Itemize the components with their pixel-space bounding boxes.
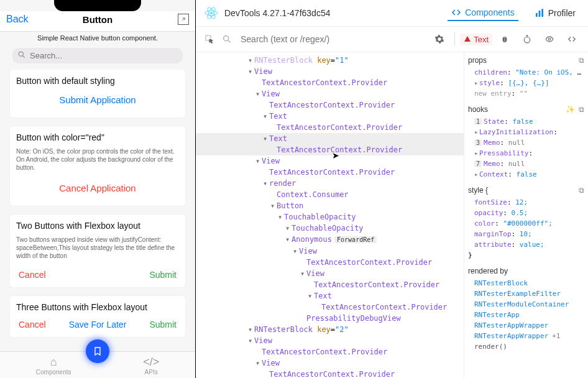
subtitle: Simple React Native button component. [0,32,195,48]
tree-row[interactable]: ▾AnonymousForwardRef [196,234,464,246]
props-header: props [468,56,487,65]
tree-row[interactable]: ▾View [196,246,464,257]
rendered-by-item[interactable]: RNTesterBlock [468,278,584,288]
inspect-element-icon[interactable] [202,32,217,47]
card-default: Button with default styling Submit Appli… [10,70,185,118]
save-for-later-button[interactable]: Save For Later [69,320,127,330]
tree-row[interactable]: ▾RNTesterBlock key="1" [196,55,464,66]
home-icon: ⌂ [36,356,71,369]
tree-row[interactable]: TextAncestorContext.Provider [196,167,464,178]
tab-profiler[interactable]: Profiler [531,5,579,21]
svg-rect-6 [536,13,538,17]
tree-row[interactable]: ▾RNTesterBlock key="2" [196,324,464,335]
source-icon[interactable] [564,32,579,47]
svg-point-17 [548,38,551,40]
selected-component-badge: Text [460,34,492,45]
svg-line-11 [228,40,230,42]
cancel-button[interactable]: Cancel [19,320,46,330]
rendered-by-item[interactable]: RNTesterExampleFilter [468,288,584,299]
phone-header: Back Button [0,11,195,32]
tab-apis[interactable]: </> APIs [143,356,159,376]
cancel-application-button[interactable]: Cancel Application [10,178,185,198]
share-icon[interactable] [178,14,189,25]
copy-icon[interactable]: ⧉ [579,56,584,65]
tree-row[interactable]: PressabilityDebugView [196,313,464,324]
search-icon [17,50,26,61]
tree-row[interactable]: TextAncestorContext.Provider [196,77,464,88]
tree-row[interactable]: ▾Text [196,133,464,144]
tab-label: Components [465,7,514,17]
card-note: Note: On iOS, the color prop controls th… [10,146,185,178]
rendered-by-item[interactable]: RNTesterAppWrapper [468,320,584,331]
tree-row[interactable]: ▾TouchableOpacity [196,223,464,234]
svg-point-0 [19,52,23,56]
tree-row[interactable]: ▾Button [196,200,464,211]
tree-row[interactable]: Context.Consumer [196,189,464,200]
page-title: Button [0,14,195,25]
tab-label: Profiler [548,8,576,18]
submit-button[interactable]: Submit [149,270,177,280]
devtools-version: DevTools 4.27.1-47f63dc54 [224,8,330,18]
tree-row[interactable]: TextAncestorContext.Provider [196,99,464,111]
rendered-by-item[interactable]: RNTesterModuleContainer [468,299,584,310]
bookmark-floating-button[interactable] [86,339,109,363]
search-icon [219,32,234,47]
tree-row[interactable]: ▾Text [196,111,464,122]
copy-icon[interactable]: ⧉ [579,186,584,195]
tree-row[interactable]: ▾View [196,335,464,346]
eye-icon[interactable] [542,32,557,47]
submit-application-button[interactable]: Submit Application [10,90,185,110]
card-title: Two Buttons with Flexbox layout [10,221,185,234]
tree-row[interactable]: ▾View [196,268,464,279]
react-devtools: DevTools 4.27.1-47f63dc54 Components Pro… [196,0,588,378]
card-three-buttons: Three Buttons with Flexbox layout Cancel… [10,296,185,337]
card-two-buttons: Two Buttons with Flexbox layout Two butt… [10,214,185,287]
hooks-header: hooks [468,105,488,114]
submit-button[interactable]: Submit [149,320,177,330]
svg-line-1 [23,56,25,58]
magic-wand-icon[interactable]: ✨ [566,105,575,114]
tree-row[interactable]: ▾View [196,357,464,369]
style-header: style { [468,186,488,195]
card-note: Two buttons wrapped inside view with jus… [10,234,185,266]
rendered-by-item[interactable]: RNTesterAppWrapper+1 [468,331,584,341]
tab-components[interactable]: ⌂ Components [36,356,71,376]
tree-row[interactable]: ▾View [196,155,464,167]
code-icon: </> [143,356,159,369]
card-color-red: Button with color="red" Note: On iOS, th… [10,126,185,206]
cancel-button[interactable]: Cancel [19,270,46,280]
tree-row[interactable]: ▾render [196,178,464,189]
phone-simulator: Back Button Simple React Native button c… [0,0,196,378]
stopwatch-icon[interactable] [520,32,535,47]
tree-row[interactable]: TextAncestorContext.Provider [196,257,464,268]
settings-gear-icon[interactable] [432,32,447,47]
tree-row[interactable]: TextAncestorContext.Provider [196,346,464,357]
back-button[interactable]: Back [6,14,29,25]
search-input[interactable] [12,48,183,63]
tree-row[interactable]: TextAncestorContext.Provider [196,369,464,378]
tree-row[interactable]: TextAncestorContext.Provider [196,279,464,290]
rendered-by-item[interactable]: RNTesterApp [468,310,584,320]
svg-point-10 [224,36,229,41]
svg-point-14 [524,37,530,43]
tree-row[interactable]: TextAncestorContext.Provider [196,302,464,313]
tab-label: Components [36,369,71,376]
tree-row[interactable]: TextAncestorContext.Provider [196,144,464,155]
copy-icon[interactable]: ⧉ [579,105,584,114]
devtools-search-input[interactable] [237,30,432,48]
tree-row[interactable]: ▾View [196,88,464,99]
inspect-panel: props⧉ children: "Note: On iOS, the ▸sty… [464,52,588,378]
component-tree[interactable]: ▾RNTesterBlock key="1"▾ViewTextAncestorC… [196,52,464,378]
tab-label: APIs [145,369,158,376]
rendered-by-header: rendered by [468,267,508,275]
tree-row[interactable]: ▾Text [196,290,464,302]
tree-row[interactable]: ▾TouchableOpacity [196,211,464,223]
tab-components[interactable]: Components [448,5,518,21]
tree-row[interactable]: ▾View [196,66,464,77]
card-title: Three Buttons with Flexbox layout [10,302,185,316]
svg-rect-8 [541,9,543,17]
svg-point-2 [210,12,213,14]
react-logo-icon [204,6,218,20]
bug-icon[interactable] [497,32,512,47]
tree-row[interactable]: TextAncestorContext.Provider [196,122,464,133]
